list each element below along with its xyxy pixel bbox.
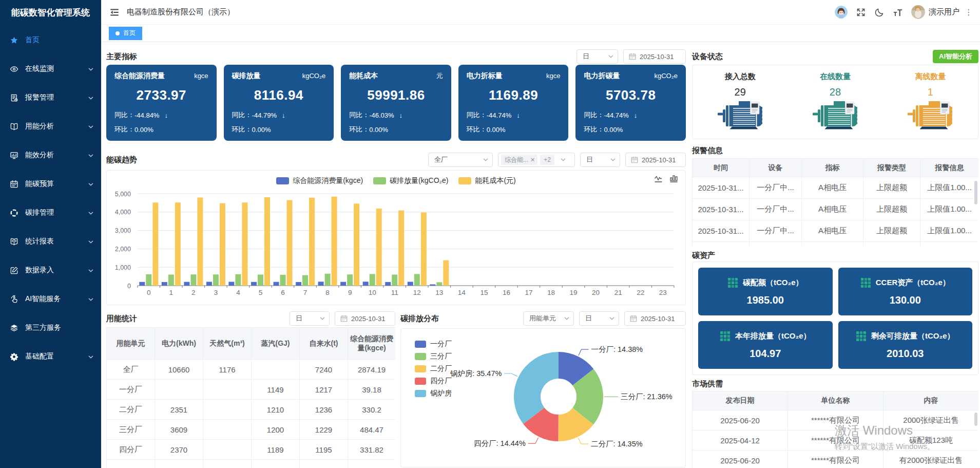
ai-analysis-button[interactable]: AI智能分析 — [933, 50, 978, 63]
bar-综合能源消费量(kgce)-13[interactable] — [430, 285, 435, 286]
bar-综合能源消费量(kgce)-5[interactable] — [251, 282, 257, 286]
sidebar-item-第三方服务[interactable]: 第三方服务 — [0, 313, 101, 342]
usage-date-picker[interactable]: 2025-10-31 — [335, 311, 395, 326]
bar-能耗成本(元)-13[interactable] — [443, 260, 449, 286]
table-row[interactable]: 2025-10-31...一分厂中...A相电压上限超额上限值1.00... — [693, 199, 979, 220]
bar-能耗成本(元)-11[interactable] — [398, 211, 404, 286]
table-row[interactable]: 2025-04-12******有限公司碳配额123吨 — [693, 430, 979, 451]
sidebar-item-统计报表[interactable]: 统计报表 — [0, 227, 101, 256]
bar-综合能源消费量(kgce)-10[interactable] — [363, 282, 369, 286]
legend-item-能耗成本(元)[interactable]: 能耗成本(元) — [458, 175, 515, 186]
bar-综合能源消费量(kgce)-12[interactable] — [408, 282, 413, 286]
bar-综合能源消费量(kgce)-7[interactable] — [296, 282, 301, 286]
sidebar-item-用能分析[interactable]: 用能分析 — [0, 112, 101, 141]
bar-能耗成本(元)-2[interactable] — [197, 198, 203, 286]
market-scrollbar-thumb[interactable] — [974, 413, 977, 426]
username[interactable]: 演示用户 — [929, 7, 959, 17]
bar-能耗成本(元)-3[interactable] — [220, 203, 225, 286]
bar-综合能源消费量(kgce)-8[interactable] — [318, 282, 324, 286]
bar-碳排放量(kgCO₂e)-10[interactable] — [370, 274, 375, 286]
bar-碳排放量(kgCO₂e)-9[interactable] — [347, 274, 353, 286]
metric-tag[interactable]: 综合能...✕ — [501, 155, 537, 165]
sidebar-item-首页[interactable]: 首页 — [0, 26, 101, 54]
usage-period-select[interactable]: 日 — [290, 311, 330, 326]
assistant-avatar[interactable] — [835, 6, 848, 18]
bar-综合能源消费量(kgce)-3[interactable] — [206, 282, 212, 286]
bar-碳排放量(kgCO₂e)-8[interactable] — [325, 274, 331, 286]
bar-综合能源消费量(kgce)-11[interactable] — [385, 282, 391, 286]
trend-plant-select[interactable]: 全厂 — [428, 153, 493, 167]
distribution-date-picker[interactable]: 2025-10-31 — [624, 311, 686, 326]
table-row[interactable]: 全厂10660117672402874.19 — [107, 360, 396, 380]
sidebar-item-报警管理[interactable]: 报警管理 — [0, 83, 101, 112]
bar-综合能源消费量(kgce)-6[interactable] — [274, 282, 279, 286]
legend-item-碳排放量(kgCO₂e)[interactable]: 碳排放量(kgCO₂e) — [373, 175, 448, 186]
distribution-period-select[interactable]: 日 — [579, 311, 619, 326]
more-metrics-tag[interactable]: +2 — [540, 155, 554, 165]
bar-碳排放量(kgCO₂e)-1[interactable] — [168, 275, 174, 286]
table-row[interactable]: 二分厂235112101236330.2 — [107, 400, 396, 420]
bar-能耗成本(元)-0[interactable] — [152, 202, 158, 286]
user-avatar[interactable] — [911, 5, 925, 19]
trend-date-picker[interactable]: 2025-10-31 — [625, 153, 686, 167]
bar-碳排放量(kgCO₂e)-13[interactable] — [436, 282, 442, 286]
distribution-unit-select[interactable]: 用能单元 — [523, 311, 574, 326]
sidebar-item-能碳预算[interactable]: 能碳预算 — [0, 170, 101, 198]
legend-item-综合能源消费量(kgce)[interactable]: 综合能源消费量(kgce) — [276, 175, 363, 186]
pie-legend-item-三分厂[interactable]: 三分厂 — [415, 353, 452, 360]
bar-能耗成本(元)-1[interactable] — [175, 202, 181, 286]
bar-能耗成本(元)-4[interactable] — [242, 202, 247, 286]
sidebar-item-基础配置[interactable]: 基础配置 — [0, 342, 101, 371]
bar-碳排放量(kgCO₂e)-2[interactable] — [190, 274, 196, 286]
bar-能耗成本(元)-7[interactable] — [309, 198, 315, 286]
bar-综合能源消费量(kgce)-1[interactable] — [162, 282, 167, 286]
bar-能耗成本(元)-8[interactable] — [332, 197, 337, 286]
table-row[interactable]: 四分厂237011891195331.82 — [107, 440, 396, 460]
table-row[interactable]: 三分厂360912001229484.47 — [107, 420, 396, 440]
table-row[interactable]: 2025-06-20******有限公司2000张绿证出售 — [693, 410, 979, 430]
bar-chart-toggle-icon[interactable] — [669, 174, 678, 183]
table-row[interactable]: 2025-10-31...一分厂中...A相电压上限超额上限值1.00... — [693, 177, 979, 199]
table-row[interactable]: 2025-06-20******有限公司有2000张绿证出售 — [693, 451, 979, 468]
bar-能耗成本(元)-5[interactable] — [264, 197, 270, 286]
alarms-scrollbar-thumb[interactable] — [974, 181, 977, 204]
bar-碳排放量(kgCO₂e)-5[interactable] — [258, 275, 263, 286]
collapse-menu-icon[interactable] — [109, 7, 120, 17]
dark-mode-icon[interactable] — [874, 7, 885, 17]
fullscreen-icon[interactable] — [856, 7, 866, 17]
pie-legend-item-锅炉房[interactable]: 锅炉房 — [415, 390, 452, 397]
trend-period-select[interactable]: 日 — [580, 153, 620, 167]
pie-legend-item-一分厂[interactable]: 一分厂 — [415, 341, 452, 348]
bar-能耗成本(元)-12[interactable] — [421, 213, 427, 286]
bar-综合能源消费量(kgce)-2[interactable] — [184, 282, 189, 286]
bar-能耗成本(元)-9[interactable] — [354, 203, 359, 286]
sidebar-item-AI智能服务[interactable]: AI智能服务 — [0, 285, 101, 313]
trend-metric-multiselect[interactable]: 综合能...✕ +2 — [498, 153, 575, 167]
bar-碳排放量(kgCO₂e)-0[interactable] — [146, 274, 151, 286]
sidebar-item-能效分析[interactable]: 能效分析 — [0, 141, 101, 170]
bar-碳排放量(kgCO₂e)-7[interactable] — [302, 275, 308, 286]
table-row[interactable] — [693, 242, 979, 247]
bar-综合能源消费量(kgce)-0[interactable] — [139, 282, 145, 286]
tag-close-icon[interactable]: ✕ — [530, 157, 535, 163]
bar-能耗成本(元)-10[interactable] — [376, 209, 382, 286]
bar-碳排放量(kgCO₂e)-11[interactable] — [392, 275, 397, 286]
sidebar-item-数据录入[interactable]: 数据录入 — [0, 256, 101, 285]
bar-碳排放量(kgCO₂e)-3[interactable] — [213, 274, 219, 286]
table-row[interactable]: 一分厂1149121739.18 — [107, 380, 396, 400]
tab-home[interactable]: 首页 — [109, 27, 142, 40]
bar-综合能源消费量(kgce)-4[interactable] — [228, 282, 234, 286]
pie-slice-锅炉房[interactable] — [514, 352, 559, 424]
pie-legend-item-二分厂[interactable]: 二分厂 — [415, 365, 452, 372]
kpi-date-picker[interactable]: 2025-10-31 — [623, 49, 686, 64]
kebab-menu-icon[interactable]: ⋮ — [965, 8, 973, 17]
kpi-period-select[interactable]: 日 — [577, 49, 618, 64]
table-row[interactable]: 2025-10-31...一分厂中...A相电压上限超额上限值1.00... — [693, 220, 979, 242]
table-row[interactable] — [107, 460, 396, 468]
sidebar-item-在线监测[interactable]: 在线监测 — [0, 54, 101, 83]
bar-碳排放量(kgCO₂e)-6[interactable] — [280, 275, 286, 286]
sidebar-item-碳排管理[interactable]: 碳排管理 — [0, 198, 101, 227]
line-chart-toggle-icon[interactable] — [654, 174, 663, 183]
bar-能耗成本(元)-6[interactable] — [287, 200, 293, 286]
font-size-icon[interactable] — [893, 7, 903, 17]
